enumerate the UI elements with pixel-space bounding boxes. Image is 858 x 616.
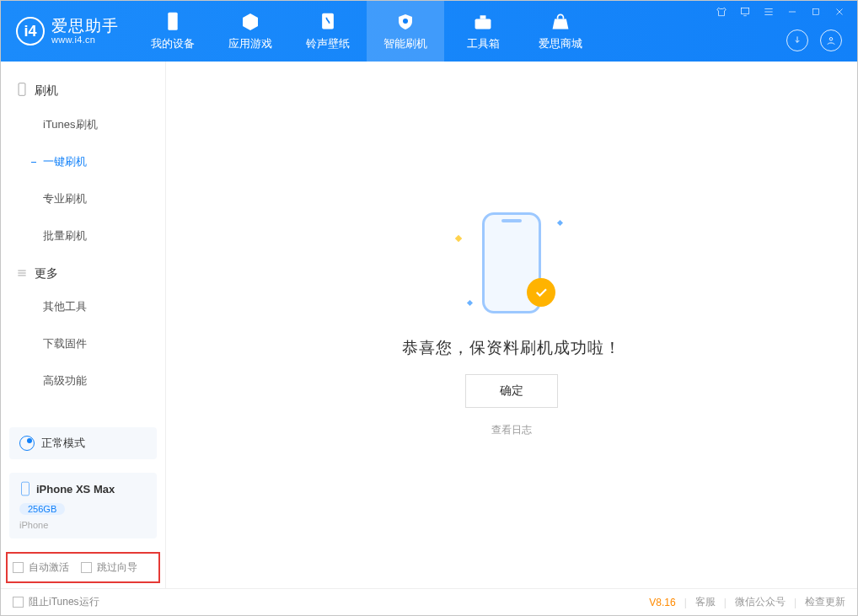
nav-tab-5[interactable]: 爱思商城 <box>522 1 599 62</box>
block-itunes-checkbox[interactable]: 阻止iTunes运行 <box>13 595 99 609</box>
statusbar: 阻止iTunes运行 V8.16 |客服|微信公众号|检查更新 <box>1 588 857 615</box>
sidebar: 刷机iTunes刷机一键刷机专业刷机批量刷机更多其他工具下载固件高级功能 正常模… <box>1 62 166 588</box>
nav-tab-label: 工具箱 <box>467 36 500 51</box>
nav-tab-0[interactable]: 我的设备 <box>134 1 212 62</box>
svg-point-2 <box>403 19 408 24</box>
nav-tab-icon <box>317 11 339 33</box>
nav-tab-label: 智能刷机 <box>383 36 427 51</box>
confirm-button[interactable]: 确定 <box>465 374 558 408</box>
svg-rect-3 <box>475 19 491 29</box>
mode-icon <box>19 436 35 451</box>
sidebar-item[interactable]: 高级功能 <box>1 362 165 399</box>
check-icon <box>527 278 555 307</box>
nav-tabs: 我的设备应用游戏铃声壁纸智能刷机工具箱爱思商城 <box>134 1 599 62</box>
nav-tab-1[interactable]: 应用游戏 <box>212 1 289 62</box>
list-icon <box>16 267 28 281</box>
svg-rect-6 <box>813 9 819 15</box>
sidebar-item[interactable]: 其他工具 <box>1 288 165 325</box>
device-type: iPhone <box>19 520 147 530</box>
nav-tab-icon <box>162 11 184 33</box>
nav-tab-icon <box>394 11 416 33</box>
option-checkbox[interactable]: 跳过向导 <box>81 560 137 575</box>
nav-tab-2[interactable]: 铃声壁纸 <box>289 1 367 62</box>
device-card[interactable]: iPhone XS Max 256GB iPhone <box>9 473 157 538</box>
success-message: 恭喜您，保资料刷机成功啦！ <box>402 337 621 359</box>
downloads-button[interactable] <box>786 29 808 51</box>
mode-card[interactable]: 正常模式 <box>9 427 157 459</box>
close-button[interactable] <box>832 4 847 19</box>
nav-tab-label: 爱思商城 <box>539 36 582 51</box>
nav-tab-4[interactable]: 工具箱 <box>444 1 522 62</box>
sidebar-item[interactable]: 批量刷机 <box>1 217 165 254</box>
titlebar: i4 爱思助手 www.i4.cn 我的设备应用游戏铃声壁纸智能刷机工具箱爱思商… <box>1 1 857 62</box>
app-name: 爱思助手 <box>51 18 119 35</box>
option-checkbox[interactable]: 自动激活 <box>13 560 69 575</box>
app-window: i4 爱思助手 www.i4.cn 我的设备应用游戏铃声壁纸智能刷机工具箱爱思商… <box>0 0 858 616</box>
minimize-button[interactable] <box>785 4 800 19</box>
device-icon <box>19 481 31 496</box>
skin-icon[interactable] <box>714 4 729 19</box>
statusbar-link[interactable]: 客服 <box>695 595 716 609</box>
sparkle-icon <box>557 220 563 226</box>
sidebar-item[interactable]: iTunes刷机 <box>1 106 165 143</box>
statusbar-link[interactable]: 检查更新 <box>805 595 845 609</box>
svg-rect-5 <box>741 8 748 13</box>
sidebar-item[interactable]: 专业刷机 <box>1 180 165 217</box>
nav-tab-label: 应用游戏 <box>228 36 272 51</box>
nav-tab-label: 我的设备 <box>151 36 195 51</box>
device-outline-icon <box>16 82 28 99</box>
statusbar-link[interactable]: 微信公众号 <box>735 595 786 609</box>
mode-label: 正常模式 <box>41 436 85 451</box>
feedback-icon[interactable] <box>737 4 753 19</box>
svg-rect-9 <box>22 482 29 495</box>
svg-rect-4 <box>480 15 486 19</box>
svg-point-7 <box>829 38 833 41</box>
account-button[interactable] <box>820 29 842 51</box>
sidebar-item[interactable]: 下载固件 <box>1 325 165 362</box>
nav-tab-icon <box>550 11 571 33</box>
nav-tab-icon <box>472 11 494 33</box>
device-name: iPhone XS Max <box>36 483 115 495</box>
nav-tab-label: 铃声壁纸 <box>306 36 350 51</box>
sparkle-icon <box>455 235 462 242</box>
maximize-button[interactable] <box>808 4 823 19</box>
svg-rect-0 <box>168 13 177 30</box>
sidebar-options-highlight: 自动激活跳过向导 <box>6 552 160 583</box>
nav-tab-3[interactable]: 智能刷机 <box>367 1 444 62</box>
main-pane: 恭喜您，保资料刷机成功啦！ 确定 查看日志 <box>166 62 857 588</box>
view-log-link[interactable]: 查看日志 <box>491 423 532 437</box>
svg-rect-8 <box>19 83 25 96</box>
success-illustration <box>453 212 571 322</box>
nav-tab-icon <box>239 11 261 33</box>
version-label: V8.16 <box>649 597 675 608</box>
app-url: www.i4.cn <box>51 35 119 45</box>
sidebar-item[interactable]: 一键刷机 <box>1 143 165 180</box>
window-controls <box>714 4 850 19</box>
logo-icon: i4 <box>16 17 45 46</box>
app-logo: i4 爱思助手 www.i4.cn <box>1 17 131 46</box>
sparkle-icon <box>467 300 473 306</box>
sidebar-group-head: 刷机 <box>1 70 165 106</box>
sidebar-group-head: 更多 <box>1 254 165 288</box>
menu-icon[interactable] <box>761 4 776 19</box>
device-storage-badge: 256GB <box>19 503 65 515</box>
